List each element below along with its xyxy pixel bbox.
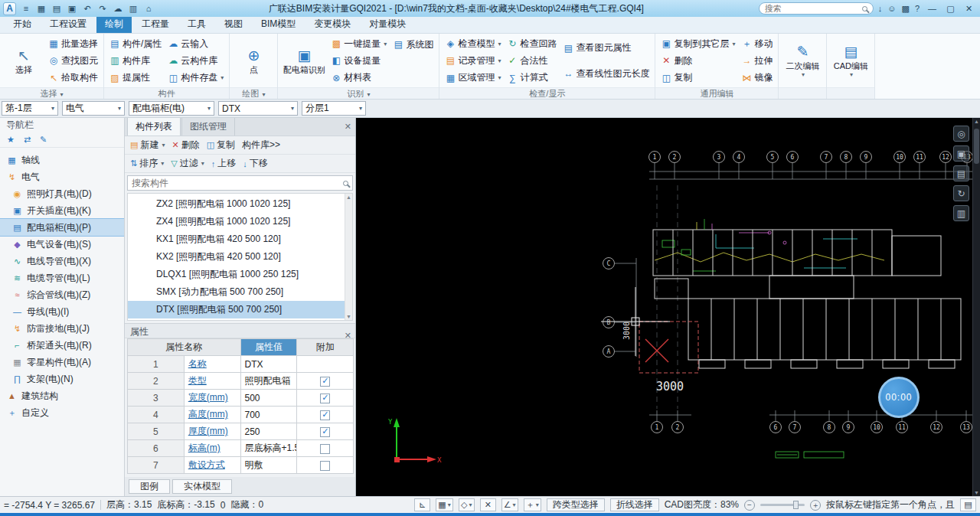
nav-item-wire-conduit[interactable]: ∿电线导管(电)(X): [0, 253, 124, 269]
download-icon[interactable]: ↓: [878, 4, 883, 13]
tab-quantity[interactable]: 工程量: [133, 15, 178, 33]
component-list-item[interactable]: ZX4 [照明配电箱 1000 1020 125]: [128, 213, 352, 230]
tab-view[interactable]: 视图: [216, 15, 251, 33]
title-search-input[interactable]: [765, 4, 853, 13]
minimize-button[interactable]: —: [924, 4, 940, 14]
move-down-button[interactable]: ↓下移: [243, 157, 268, 170]
nav-section-axis[interactable]: ▦轴线: [0, 152, 124, 168]
scroll-up-icon[interactable]: ▲: [974, 119, 979, 124]
sort-button[interactable]: ⇅排序▾: [130, 157, 164, 170]
brightness-plus-button[interactable]: ＋: [810, 500, 821, 511]
tab-draw[interactable]: 绘制: [96, 15, 132, 33]
tab-legend[interactable]: 图例: [129, 479, 170, 494]
attach-checkbox[interactable]: [320, 394, 330, 403]
tab-drawing-manage[interactable]: 图纸管理: [181, 116, 235, 136]
filter-button[interactable]: ▽过滤▾: [171, 157, 204, 170]
group-label-draw[interactable]: 绘图 ▾: [230, 87, 277, 99]
region-manage-button[interactable]: ▦区域管理▾: [443, 70, 503, 86]
delete-button[interactable]: ✕删除: [658, 53, 737, 68]
cad-canvas[interactable]: 3000 3000 Y X 12345678910111213126789101…: [356, 118, 980, 496]
maximize-button[interactable]: ▢: [942, 4, 959, 14]
attach-checkbox[interactable]: [320, 444, 330, 454]
material-table-button[interactable]: ⊗材料表: [328, 70, 389, 86]
cross-type-select-button[interactable]: 跨类型选择: [547, 498, 605, 511]
nav-item-electrical-device[interactable]: ◆电气设备(电)(S): [0, 236, 124, 253]
cloud-icon[interactable]: ☁: [113, 4, 123, 14]
orbit-view-icon[interactable]: ◎: [953, 126, 969, 142]
brightness-slider[interactable]: [760, 504, 805, 506]
select-button[interactable]: ↖ 选择: [3, 35, 44, 87]
cross-toggle[interactable]: ✕: [480, 498, 496, 511]
tab-compare-module[interactable]: 对量模块: [361, 15, 414, 33]
grid-icon[interactable]: ▦: [36, 4, 47, 14]
tracking-toggle[interactable]: ＋▾: [524, 498, 541, 511]
tab-start[interactable]: 开始: [5, 15, 40, 33]
user-icon[interactable]: ☺: [887, 4, 896, 13]
nav-item-bracket[interactable]: ∏支架(电)(N): [0, 371, 124, 387]
mirror-button[interactable]: ⋈镜像: [739, 70, 775, 86]
nav-item-lighting[interactable]: ◉照明灯具(电)(D): [0, 185, 124, 202]
views-icon[interactable]: ▤: [953, 165, 969, 181]
component-list-item[interactable]: ZX2 [照明配电箱 1000 1020 125]: [128, 195, 352, 213]
component-search-box[interactable]: [127, 175, 353, 191]
property-value-cell[interactable]: DTX: [240, 356, 297, 373]
command-list-button[interactable]: ▤: [960, 498, 976, 511]
copy-button[interactable]: ◫复制: [658, 70, 737, 86]
layers-icon[interactable]: ▥: [953, 205, 969, 221]
nav-item-misc-component[interactable]: ▦零星构件(电)(A): [0, 354, 124, 371]
attach-checkbox[interactable]: [320, 461, 330, 471]
object-snap-toggle[interactable]: ◇▾: [459, 498, 475, 511]
ortho-toggle[interactable]: ⊾: [414, 498, 430, 511]
save-icon[interactable]: ▣: [67, 4, 77, 14]
component-list-item[interactable]: DLQX1 [照明配电箱 1000 250 125]: [128, 266, 352, 283]
attach-checkbox[interactable]: [320, 410, 330, 420]
view-linear-length-button[interactable]: ↔查看线性图元长度: [560, 66, 652, 81]
floor-dropdown[interactable]: 第-1层▾: [2, 101, 58, 116]
view-cube-icon[interactable]: ▣: [953, 145, 969, 162]
undo-icon[interactable]: ↶: [82, 4, 93, 14]
tab-bim-model[interactable]: BIM模型: [253, 15, 304, 33]
attach-checkbox[interactable]: [320, 427, 330, 437]
component-save-button[interactable]: ◫构件存盘▾: [165, 70, 226, 86]
copy-to-other-floor-button[interactable]: ▣复制到其它层▾: [658, 36, 737, 51]
slider-knob[interactable]: [793, 501, 799, 509]
title-search-box[interactable]: [759, 2, 874, 15]
record-manage-button[interactable]: ▤记录管理▾: [443, 53, 503, 68]
redo-icon[interactable]: ↷: [97, 4, 108, 14]
property-value-cell[interactable]: 250: [240, 423, 297, 440]
pick-component-button[interactable]: ↖拾取构件: [46, 70, 100, 86]
tab-solid-model[interactable]: 实体模型: [172, 479, 232, 494]
canvas-scrollbar[interactable]: ▲ ▼: [972, 118, 980, 496]
property-value-cell[interactable]: 500: [240, 390, 297, 407]
layer-dropdown[interactable]: 分层1▾: [302, 101, 366, 116]
close-button[interactable]: ✕: [961, 4, 977, 14]
component-list-item-selected[interactable]: DTX [照明配电箱 500 700 250]: [128, 301, 352, 318]
component-library-button[interactable]: ▥构件库: [107, 53, 164, 68]
nav-item-cable-tray[interactable]: ⌐桥架通头(电)(R): [0, 337, 124, 354]
tab-change-module[interactable]: 变更模块: [305, 15, 359, 33]
stretch-button[interactable]: →拉伸: [739, 53, 775, 68]
check-loop-button[interactable]: ↻检查回路: [505, 36, 559, 51]
print-icon[interactable]: ▥: [128, 4, 139, 14]
component-list-item[interactable]: KX2 [照明配电箱 420 500 120]: [128, 248, 352, 266]
component-attr-button[interactable]: ▤构件/属性: [107, 36, 164, 51]
new-component-button[interactable]: ▤新建▾: [130, 139, 165, 152]
menu-icon[interactable]: ≡: [21, 4, 31, 13]
open-icon[interactable]: ▤: [51, 4, 62, 14]
system-diagram-button[interactable]: ▤系统图: [390, 37, 436, 52]
attach-checkbox[interactable]: [320, 377, 330, 387]
tab-tools[interactable]: 工具: [179, 15, 214, 33]
close-icon[interactable]: ✕: [345, 328, 351, 343]
extract-attr-button[interactable]: ▨提属性: [107, 70, 164, 86]
edit-icon[interactable]: ✎: [40, 135, 47, 145]
nav-section-custom[interactable]: ＋自定义: [0, 404, 124, 421]
nav-section-structure[interactable]: ▲建筑结构: [0, 387, 124, 404]
point-button[interactable]: ⊕ 点: [233, 35, 274, 87]
nav-section-electrical[interactable]: ↯电气: [0, 168, 124, 185]
scroll-down-icon[interactable]: ▼: [346, 314, 351, 319]
nav-item-composite-pipeline[interactable]: ≈综合管线(电)(Z): [0, 286, 124, 303]
brightness-minus-button[interactable]: −: [744, 500, 755, 511]
delete-component-button[interactable]: ✕删除: [172, 139, 199, 152]
cloud-library-button[interactable]: ☁云构件库: [165, 53, 226, 68]
close-icon[interactable]: ✕: [345, 122, 351, 132]
